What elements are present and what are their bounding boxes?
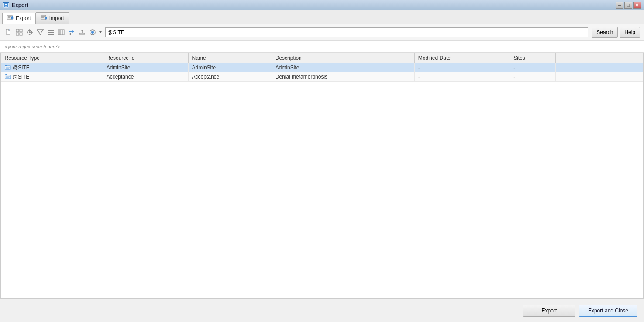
svg-rect-33 — [48, 32, 54, 33]
table-row[interactable]: @SITE AcceptanceAcceptanceDenial metamor… — [1, 72, 643, 82]
svg-rect-36 — [60, 30, 62, 35]
resource-type-icon — [5, 65, 11, 70]
svg-rect-38 — [79, 33, 85, 34]
help-button[interactable]: Help — [620, 27, 640, 38]
svg-rect-5 — [8, 17, 10, 18]
table-header-row: Resource Type Resource Id Name Descripti… — [1, 53, 643, 63]
svg-point-26 — [29, 31, 31, 33]
svg-rect-45 — [5, 65, 7, 66]
svg-rect-47 — [6, 68, 9, 69]
table-body: @SITE AdminSiteAdminSiteAdminSite-- @SIT… — [1, 63, 643, 82]
title-bar-left: Export — [3, 2, 28, 8]
cell-sites: - — [510, 72, 556, 82]
maximize-button[interactable]: □ — [624, 2, 632, 9]
svg-rect-48 — [5, 75, 11, 79]
footer: Export Export and Close — [0, 299, 644, 322]
svg-rect-18 — [7, 31, 9, 31]
cell-modified_date: - — [414, 63, 510, 72]
minimize-button[interactable]: ─ — [616, 2, 623, 9]
resource-table: Resource Type Resource Id Name Descripti… — [1, 53, 643, 82]
col-resource-id: Resource Id — [103, 53, 188, 63]
cell-extra — [556, 63, 643, 72]
svg-rect-49 — [5, 74, 7, 75]
cell-resource_id: AdminSite — [103, 63, 188, 72]
toolbar-upload-icon[interactable] — [77, 27, 87, 37]
svg-point-42 — [91, 31, 94, 34]
toolbar-filter-icon[interactable] — [35, 27, 45, 37]
cell-description: AdminSite — [272, 63, 414, 72]
cell-name: Acceptance — [188, 72, 272, 82]
window-icon — [3, 2, 9, 8]
cell-modified_date: - — [414, 72, 510, 82]
col-name: Name — [188, 53, 272, 63]
regex-placeholder: <your regex search here> — [5, 44, 60, 49]
cell-description: Denial metamorphosis — [272, 72, 414, 82]
col-modified-date: Modified Date — [414, 53, 510, 63]
svg-rect-4 — [8, 16, 11, 17]
tab-bar: Export Import — [0, 10, 644, 24]
svg-marker-6 — [11, 17, 13, 19]
title-bar-controls: ─ □ ✕ — [616, 2, 641, 9]
svg-rect-0 — [4, 3, 8, 7]
svg-rect-22 — [20, 29, 22, 32]
svg-rect-10 — [41, 16, 45, 17]
export-button[interactable]: Export — [523, 305, 575, 317]
cell-name: AdminSite — [188, 63, 272, 72]
svg-rect-24 — [20, 33, 22, 35]
close-button[interactable]: ✕ — [633, 2, 641, 9]
toolbar-settings-icon[interactable] — [25, 27, 34, 37]
toolbar-circle-icon[interactable] — [88, 27, 97, 37]
col-extra — [556, 53, 643, 63]
svg-rect-32 — [48, 30, 54, 31]
search-button[interactable]: Search — [592, 27, 618, 38]
export-close-button[interactable]: Export and Close — [579, 305, 637, 317]
import-tab-label: Import — [49, 15, 64, 21]
table-row[interactable]: @SITE AdminSiteAdminSiteAdminSite-- — [1, 63, 643, 72]
svg-rect-46 — [6, 67, 10, 68]
type-filter-input[interactable] — [105, 27, 588, 37]
svg-rect-50 — [6, 76, 10, 77]
svg-marker-43 — [99, 31, 102, 33]
cell-resource_id: Acceptance — [103, 72, 188, 82]
toolbar-list-icon[interactable] — [46, 27, 55, 37]
svg-rect-34 — [48, 34, 54, 35]
toolbar-grid-icon[interactable] — [14, 27, 24, 37]
toolbar-page-icon[interactable] — [4, 27, 14, 37]
window-title: Export — [12, 2, 28, 8]
import-tab-icon — [41, 15, 48, 21]
main-window: Export ─ □ ✕ Export — [0, 0, 644, 322]
svg-rect-20 — [7, 33, 8, 33]
svg-rect-11 — [41, 17, 44, 18]
toolbar: Search Help — [0, 24, 644, 41]
svg-rect-35 — [58, 30, 60, 35]
resource-type-icon — [5, 74, 11, 79]
title-bar: Export ─ □ ✕ — [0, 0, 644, 10]
svg-rect-19 — [7, 32, 9, 32]
resource-table-container: Resource Type Resource Id Name Descripti… — [0, 53, 644, 299]
col-resource-type: Resource Type — [1, 53, 103, 63]
svg-marker-31 — [37, 30, 43, 35]
tab-export[interactable]: Export — [2, 13, 36, 24]
tab-import[interactable]: Import — [36, 12, 69, 24]
col-sites: Sites — [510, 53, 556, 63]
cell-extra — [556, 72, 643, 82]
svg-rect-2 — [5, 6, 7, 7]
regex-bar: <your regex search here> — [0, 41, 644, 53]
svg-rect-37 — [62, 30, 64, 35]
svg-rect-21 — [16, 29, 19, 32]
resource-type-value: @SITE — [13, 65, 30, 71]
toolbar-arrows-icon[interactable] — [67, 27, 76, 37]
svg-rect-44 — [5, 66, 11, 69]
resource-type-value: @SITE — [13, 74, 30, 80]
svg-marker-40 — [81, 30, 83, 31]
svg-rect-51 — [6, 77, 9, 78]
col-description: Description — [272, 53, 414, 63]
svg-rect-23 — [16, 33, 19, 35]
export-tab-label: Export — [16, 15, 31, 21]
cell-sites: - — [510, 63, 556, 72]
toolbar-columns-icon[interactable] — [56, 27, 66, 37]
toolbar-dropdown[interactable] — [98, 29, 103, 36]
export-tab-icon — [7, 15, 14, 21]
svg-rect-1 — [5, 4, 7, 5]
